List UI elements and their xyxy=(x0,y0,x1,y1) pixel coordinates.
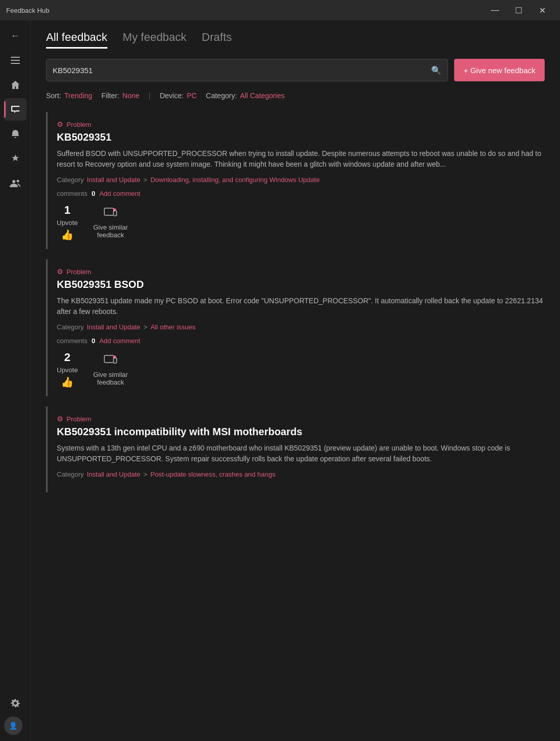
add-comment-link[interactable]: Add comment xyxy=(99,190,140,197)
problem-icon: ⚙ xyxy=(57,415,63,423)
new-feedback-button[interactable]: + Give new feedback xyxy=(454,59,545,81)
sort-filter: Sort: Trending xyxy=(46,92,92,100)
search-icon: 🔍 xyxy=(431,65,441,75)
filter-filter: Filter: None xyxy=(101,92,139,100)
sort-label: Sort: xyxy=(46,92,61,100)
feedback-actions: 1 Upvote 👍 + Give xyxy=(57,204,545,241)
svg-rect-0 xyxy=(11,57,20,58)
tab-all-feedback[interactable]: All feedback xyxy=(46,31,107,49)
similar-icon: + xyxy=(103,206,118,221)
device-filter: Device: PC xyxy=(160,92,196,100)
user-avatar[interactable]: 👤 xyxy=(4,716,23,735)
feedback-actions: 2 Upvote 👍 + Give xyxy=(57,351,545,388)
feedback-category: Category Install and Update > Downloadin… xyxy=(57,176,545,184)
achievements-icon[interactable] xyxy=(4,147,27,170)
feedback-category: Category Install and Update > All other … xyxy=(57,323,545,331)
category-filter: Category: All Categories xyxy=(206,92,285,100)
filter-value[interactable]: None xyxy=(122,92,139,100)
search-row: 🔍 + Give new feedback xyxy=(46,59,545,81)
titlebar: Feedback Hub — ☐ ✕ xyxy=(0,0,560,20)
svg-point-4 xyxy=(16,180,19,183)
minimize-button[interactable]: — xyxy=(483,0,507,20)
settings-icon[interactable] xyxy=(4,692,27,714)
tab-drafts[interactable]: Drafts xyxy=(202,31,232,49)
filter-divider: | xyxy=(149,92,151,100)
feedback-type-badge: ⚙ Problem xyxy=(57,120,545,128)
feedback-title[interactable]: KB5029351 BSOD xyxy=(57,279,545,290)
feedback-title[interactable]: KB5029351 incompatibility with MSI mothe… xyxy=(57,426,545,438)
feedback-description: Suffered BSOD with UNSUPPORTED_PROCESSOR… xyxy=(57,148,545,170)
home-icon[interactable] xyxy=(4,74,27,96)
maximize-button[interactable]: ☐ xyxy=(507,0,530,20)
thumbs-up-icon: 👍 xyxy=(61,376,74,388)
feedback-meta: comments 0 Add comment xyxy=(57,337,545,345)
category-label: Category: xyxy=(206,92,237,100)
search-box: 🔍 xyxy=(46,59,448,81)
feedback-item: ⚙ Problem KB5029351 incompatibility with… xyxy=(46,407,545,492)
thumbs-up-icon: 👍 xyxy=(61,229,74,241)
feedback-type-badge: ⚙ Problem xyxy=(57,415,545,423)
hamburger-icon[interactable] xyxy=(4,49,27,72)
category-arrow: > xyxy=(144,176,148,184)
svg-rect-2 xyxy=(11,63,20,64)
device-value[interactable]: PC xyxy=(187,92,196,100)
feedback-description: Systems with a 13th gen intel CPU and a … xyxy=(57,443,545,464)
app-title: Feedback Hub xyxy=(6,7,50,14)
sidebar: ← xyxy=(0,20,31,741)
main-content: All feedback My feedback Drafts 🔍 + Give… xyxy=(31,20,560,741)
problem-icon: ⚙ xyxy=(57,267,63,276)
give-similar-feedback-button[interactable]: + Give similar feedback xyxy=(93,353,128,386)
category-main[interactable]: Install and Update xyxy=(87,323,141,331)
category-sub[interactable]: All other issues xyxy=(150,323,195,331)
feedback-nav-icon[interactable] xyxy=(4,98,27,121)
upvote-button[interactable]: 1 Upvote 👍 xyxy=(57,204,78,241)
feedback-description: The KB5029351 update made my PC BSOD at … xyxy=(57,296,545,317)
svg-point-3 xyxy=(12,180,15,183)
add-comment-link[interactable]: Add comment xyxy=(99,337,140,345)
category-value[interactable]: All Categories xyxy=(240,92,284,100)
category-sub[interactable]: Downloading, installing, and configuring… xyxy=(150,176,320,184)
feedback-list: ⚙ Problem KB5029351 Suffered BSOD with U… xyxy=(46,112,545,492)
svg-rect-8 xyxy=(104,355,114,363)
problem-icon: ⚙ xyxy=(57,120,63,128)
give-similar-feedback-button[interactable]: + Give similar feedback xyxy=(93,206,128,239)
tab-my-feedback[interactable]: My feedback xyxy=(123,31,187,49)
close-button[interactable]: ✕ xyxy=(530,0,554,20)
tabs-bar: All feedback My feedback Drafts xyxy=(46,31,545,49)
category-main[interactable]: Install and Update xyxy=(87,470,141,478)
svg-text:+: + xyxy=(114,208,116,211)
upvote-button[interactable]: 2 Upvote 👍 xyxy=(57,351,78,388)
feedback-item: ⚙ Problem KB5029351 BSOD The KB5029351 u… xyxy=(46,259,545,396)
community-icon[interactable] xyxy=(4,172,27,194)
window-controls: — ☐ ✕ xyxy=(483,0,554,20)
sidebar-bottom: 👤 xyxy=(4,692,27,735)
filters-row: Sort: Trending Filter: None | Device: PC… xyxy=(46,92,545,100)
category-arrow: > xyxy=(144,470,148,478)
svg-rect-1 xyxy=(11,60,20,61)
feedback-type-badge: ⚙ Problem xyxy=(57,267,545,276)
back-nav-icon[interactable]: ← xyxy=(4,25,27,47)
svg-rect-5 xyxy=(104,208,114,215)
similar-icon: + xyxy=(103,353,118,369)
category-main[interactable]: Install and Update xyxy=(87,176,141,184)
notifications-icon[interactable] xyxy=(4,123,27,145)
search-input[interactable] xyxy=(53,66,431,75)
app-layout: ← xyxy=(0,20,560,741)
feedback-meta: comments 0 Add comment xyxy=(57,190,545,197)
filter-label: Filter: xyxy=(101,92,119,100)
device-label: Device: xyxy=(160,92,184,100)
svg-text:+: + xyxy=(114,355,116,358)
feedback-item: ⚙ Problem KB5029351 Suffered BSOD with U… xyxy=(46,112,545,249)
sort-value[interactable]: Trending xyxy=(64,92,93,100)
feedback-title[interactable]: KB5029351 xyxy=(57,131,545,143)
category-arrow: > xyxy=(144,323,148,331)
category-sub[interactable]: Post-update slowness, crashes and hangs xyxy=(150,470,275,478)
feedback-category: Category Install and Update > Post-updat… xyxy=(57,470,545,478)
